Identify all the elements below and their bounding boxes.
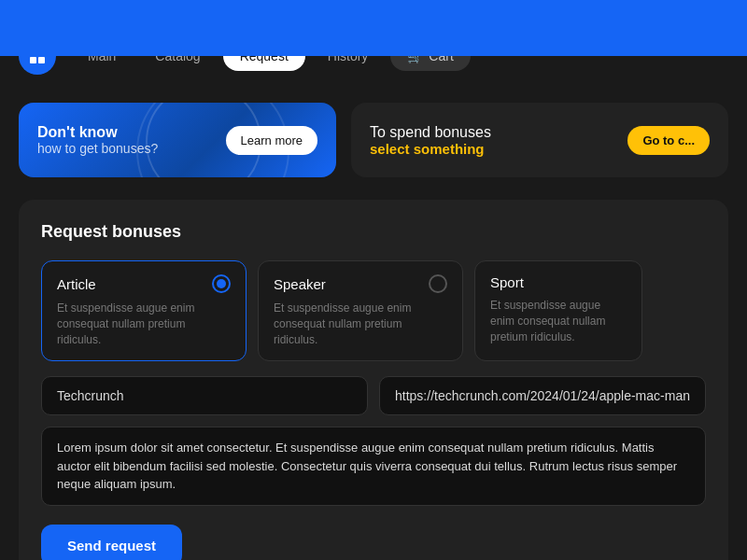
banner-bonus-title: To spend bonuses [370,124,491,141]
banner-blue-title: Don't know [37,124,158,141]
top-bar [0,0,747,56]
cart-icon: 🛒 [407,56,423,63]
category-card-sport-header: Sport [490,274,627,290]
nav-bar: Main Catalog Request History 🛒 Cart [0,56,747,84]
content-area: Don't know how to get bonuses? Learn mor… [0,56,747,560]
category-article-desc: Et suspendisse augue enim consequat null… [57,301,231,347]
radio-article[interactable] [212,274,231,293]
nav-item-cart[interactable]: 🛒 Cart [390,56,470,71]
radio-speaker[interactable] [429,274,447,293]
request-section: Request bonuses Article Et suspendisse a… [19,200,728,560]
nav-item-main[interactable]: Main [71,56,133,71]
main-container: Main Catalog Request History 🛒 Cart Don'… [0,56,747,560]
nav-items: Main Catalog Request History 🛒 Cart [71,56,471,71]
send-request-button[interactable]: Send request [41,525,182,560]
nav-item-catalog[interactable]: Catalog [138,56,217,71]
category-article-label: Article [57,276,96,292]
input-row [41,376,706,415]
source-input[interactable] [41,376,368,415]
goto-button[interactable]: Go to c... [627,126,710,155]
banner-row: Don't know how to get bonuses? Learn mor… [19,103,728,177]
banner-bonus-subtitle: select something [370,141,491,157]
nav-cart-label: Cart [429,56,453,63]
request-title: Request bonuses [41,222,706,242]
category-sport-label: Sport [490,274,524,290]
category-row: Article Et suspendisse augue enim conseq… [41,260,706,361]
nav-logo[interactable] [19,56,56,75]
category-speaker-label: Speaker [274,276,326,292]
banner-blue-text: Don't know how to get bonuses? [37,124,158,156]
category-card-sport[interactable]: Sport Et suspendisse augue enim consequa… [474,260,642,361]
banner-bonus: To spend bonuses select something Go to … [351,103,728,177]
banner-blue-subtitle: how to get bonuses? [37,141,158,156]
category-card-article[interactable]: Article Et suspendisse augue enim conseq… [41,260,247,361]
svg-rect-3 [38,57,45,63]
banner-blue: Don't know how to get bonuses? Learn mor… [19,103,336,177]
category-card-speaker-header: Speaker [274,274,447,293]
category-speaker-desc: Et suspendisse augue enim consequat null… [274,301,447,347]
banner-bonus-text: To spend bonuses select something [370,124,491,157]
svg-rect-2 [30,57,36,63]
description-textarea[interactable]: Lorem ipsum dolor sit amet consectetur. … [41,427,706,506]
category-card-article-header: Article [57,274,231,293]
category-sport-desc: Et suspendisse augue enim consequat null… [490,298,627,344]
category-card-speaker[interactable]: Speaker Et suspendisse augue enim conseq… [258,260,463,361]
url-input[interactable] [379,376,706,415]
logo-icon [28,56,47,65]
learn-more-button[interactable]: Learn more [226,126,317,155]
nav-item-history[interactable]: History [311,56,386,71]
nav-item-request[interactable]: Request [223,56,305,71]
